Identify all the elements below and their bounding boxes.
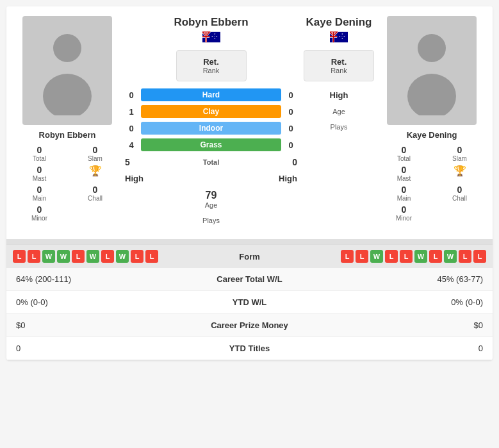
player1-mast-value: 0	[37, 165, 42, 175]
total-left: 5	[125, 157, 130, 167]
surface-hard-row: 0 Hard 0	[125, 88, 297, 101]
player1-avatar	[22, 16, 112, 125]
svg-point-27	[407, 74, 456, 115]
form-badge-l: L	[341, 250, 354, 263]
surface-indoor-badge: Indoor	[141, 122, 281, 135]
form-badge-w: W	[57, 250, 70, 263]
high-row: High High	[125, 174, 297, 183]
player2-name: Kaye Dening	[407, 130, 457, 140]
player1-slam-label: Slam	[88, 155, 102, 162]
player2-total-stat: 0 Total	[377, 145, 430, 162]
player2-slam-stat: 0 Slam	[433, 145, 486, 162]
player2-high-box: High	[330, 90, 348, 100]
form-badge-w: W	[370, 250, 383, 263]
player1-ytd-wl: 0% (0-0)	[6, 291, 177, 314]
svg-point-1	[43, 74, 92, 115]
form-label: Form	[239, 252, 260, 261]
form-badge-w: W	[42, 250, 55, 263]
svg-rect-8	[205, 32, 206, 42]
age-box: 79 Age	[125, 190, 297, 209]
player2-chall-label: Chall	[452, 195, 467, 202]
center-stats: Robyn Ebbern ★ ★ ★ ★ ★	[122, 16, 300, 229]
form-badge-l: L	[459, 250, 471, 263]
surface-hard-left: 0	[125, 90, 138, 100]
prize-money-row: $0 Career Prize Money $0	[6, 314, 493, 337]
player2-center-stats: Kaye Dening ★ ★ ★ ★ ★	[300, 16, 377, 229]
section-divider	[6, 239, 493, 244]
surface-indoor-left: 0	[125, 124, 138, 133]
player1-name: Robyn Ebbern	[39, 130, 96, 140]
player1-stats-grid: 0 Total 0 Slam 0 Mast 🏆 0 Main	[13, 145, 122, 222]
player2-trophy-icon: 🏆	[454, 165, 466, 177]
player1-minor-stat: 0 Minor	[13, 204, 66, 222]
total-row: 5 Total 0	[125, 157, 297, 167]
svg-text:★: ★	[341, 33, 343, 36]
svg-point-26	[418, 34, 446, 62]
plays-label: Plays	[125, 217, 297, 224]
form-badge-w: W	[116, 250, 129, 263]
player2-total-label: Total	[397, 155, 411, 162]
form-badge-l: L	[28, 250, 40, 263]
svg-text:★: ★	[213, 33, 215, 36]
svg-text:★: ★	[213, 37, 215, 40]
player2-mast-value: 0	[402, 165, 407, 175]
player2-main-label: Main	[397, 195, 411, 202]
career-wl-row: 64% (200-111) Career Total W/L 45% (63-7…	[6, 268, 493, 291]
surface-grass-row: 4 Grass 0	[125, 138, 297, 151]
player2-age-box: Age	[332, 108, 345, 115]
player1-mast-stat: 0 Mast	[13, 165, 66, 182]
svg-text:★: ★	[341, 37, 343, 40]
total-center-label: Total	[203, 158, 219, 166]
player1-career-wl: 64% (200-111)	[6, 268, 177, 291]
surface-grass-left: 4	[125, 140, 138, 150]
player2-avatar	[387, 16, 477, 125]
form-badge-w: W	[414, 250, 427, 263]
player2-rank-label: Rank	[317, 67, 361, 74]
main-card: Robyn Ebbern 0 Total 0 Slam 0 Mast 🏆	[6, 6, 493, 360]
player1-chall-value: 0	[93, 185, 98, 195]
svg-text:★: ★	[216, 35, 218, 38]
player2-age-label: Age	[332, 108, 345, 115]
player2-chall-stat: 0 Chall	[433, 185, 486, 202]
surface-clay-row: 1 Clay 0	[125, 105, 297, 118]
player2-stats-grid: 0 Total 0 Slam 0 Mast 🏆 0 Main	[377, 145, 486, 222]
player2-prize: $0	[322, 314, 493, 337]
player2-mast-label: Mast	[397, 175, 411, 182]
surface-hard-badge: Hard	[141, 88, 281, 101]
player2-chall-value: 0	[457, 185, 462, 195]
total-right: 0	[292, 157, 297, 167]
svg-text:★: ★	[211, 35, 213, 38]
player1-trophy-icon: 🏆	[89, 165, 102, 177]
player1-trophy: 🏆	[69, 165, 122, 182]
player2-minor-stat: 0 Minor	[377, 204, 430, 222]
form-badge-l: L	[101, 250, 114, 263]
svg-rect-20	[333, 32, 334, 42]
ytd-wl-label: YTD W/L	[177, 291, 323, 314]
form-badge-l: L	[131, 250, 143, 263]
player1-slam-stat: 0 Slam	[69, 145, 122, 162]
surface-grass-right: 0	[284, 140, 297, 150]
form-badge-l: L	[385, 250, 398, 263]
player1-rank-label: Rank	[190, 67, 233, 74]
player1-form: LLWWLWLWLL	[13, 250, 158, 263]
surface-clay-left: 1	[125, 107, 138, 117]
career-wl-label: Career Total W/L	[177, 268, 323, 291]
player1-name-center: Robyn Ebbern	[174, 16, 248, 29]
player2-trophy: 🏆	[433, 165, 486, 182]
prize-money-label: Career Prize Money	[177, 314, 323, 337]
player2-minor-value: 0	[402, 204, 407, 215]
stats-table: 64% (200-111) Career Total W/L 45% (63-7…	[6, 268, 493, 360]
player1-age-value: 79	[125, 190, 297, 201]
player1-flag: ★ ★ ★ ★ ★	[202, 31, 220, 45]
form-badge-w: W	[86, 250, 99, 263]
player2-slam-label: Slam	[452, 155, 467, 162]
player1-ytd-titles: 0	[6, 337, 177, 360]
player2-rank-value: Ret.	[317, 57, 361, 67]
player1-section: Robyn Ebbern 0 Total 0 Slam 0 Mast 🏆	[13, 16, 122, 229]
player1-total-label: Total	[33, 155, 46, 162]
plays-box: Plays	[125, 217, 297, 224]
player2-plays-box: Plays	[331, 123, 348, 131]
age-label: Age	[125, 201, 297, 209]
player1-rank-value: Ret.	[190, 57, 233, 67]
player2-form: LLWLLWLWLL	[341, 250, 486, 263]
